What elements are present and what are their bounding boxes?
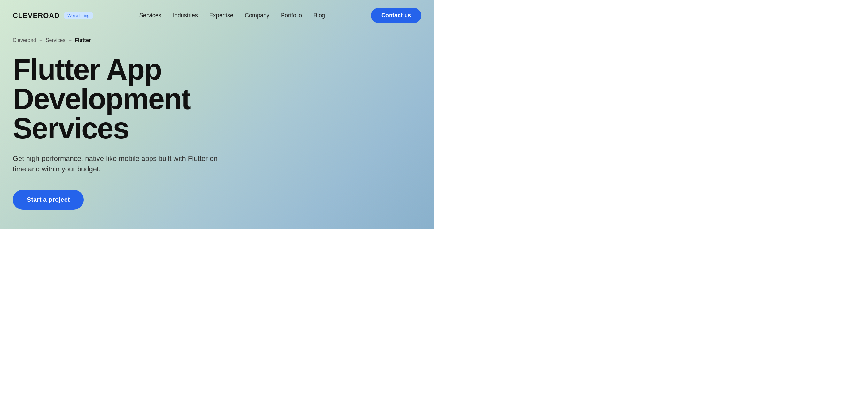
hero-title: Flutter App Development Services xyxy=(13,55,275,143)
hiring-badge: We're hiring xyxy=(64,12,93,19)
hero-subtitle: Get high-performance, native-like mobile… xyxy=(13,153,230,174)
site-header: CLEVEROAD We're hiring Services Industri… xyxy=(0,0,434,31)
breadcrumb-arrow-2: → xyxy=(68,38,72,43)
breadcrumb-current: Flutter xyxy=(75,37,91,43)
main-nav: Services Industries Expertise Company Po… xyxy=(140,12,325,19)
contact-button[interactable]: Contact us xyxy=(371,8,421,23)
nav-item-industries[interactable]: Industries xyxy=(173,12,198,19)
nav-item-portfolio[interactable]: Portfolio xyxy=(281,12,302,19)
breadcrumb: Cleveroad → Services → Flutter xyxy=(13,37,421,43)
breadcrumb-services[interactable]: Services xyxy=(46,37,65,43)
breadcrumb-arrow-1: → xyxy=(39,38,43,43)
breadcrumb-home[interactable]: Cleveroad xyxy=(13,37,36,43)
logo-text: CLEVEROAD xyxy=(13,11,60,20)
main-content: Cleveroad → Services → Flutter Flutter A… xyxy=(0,31,434,229)
nav-item-expertise[interactable]: Expertise xyxy=(209,12,233,19)
start-project-button[interactable]: Start a project xyxy=(13,190,84,210)
nav-item-services[interactable]: Services xyxy=(140,12,161,19)
nav-item-company[interactable]: Company xyxy=(245,12,270,19)
logo-area: CLEVEROAD We're hiring xyxy=(13,11,93,20)
nav-item-blog[interactable]: Blog xyxy=(313,12,325,19)
page-background: CLEVEROAD We're hiring Services Industri… xyxy=(0,0,434,229)
